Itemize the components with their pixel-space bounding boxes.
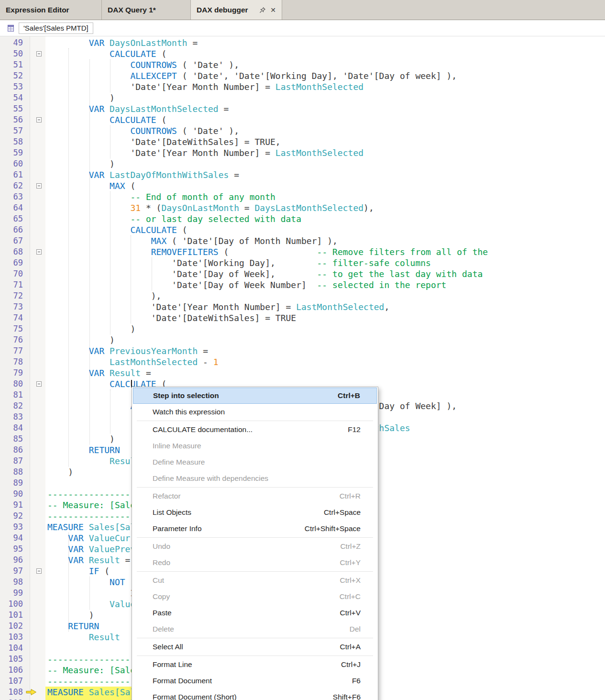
line-number: 83 (0, 411, 30, 422)
fold-margin (30, 566, 45, 577)
code-line-56[interactable]: 56 CALCULATE ( (0, 114, 605, 125)
fold-margin (30, 147, 45, 158)
menu-separator (137, 487, 373, 488)
tab-icons: ✕ (259, 7, 276, 13)
line-number: 99 (0, 588, 30, 599)
fold-margin (30, 125, 45, 136)
menu-item-watch-this-expression[interactable]: Watch this expression (132, 404, 378, 420)
code-line-53[interactable]: 53 'Date'[Year Month Number] = LastMonth… (0, 81, 605, 92)
code-line-59[interactable]: 59 'Date'[Year Month Number] = LastMonth… (0, 147, 605, 158)
code-line-63[interactable]: 63 -- End of month of any month (0, 191, 605, 202)
code-text: -- End of month of any month (45, 191, 275, 202)
code-line-71[interactable]: 71 'Date'[Day of Week Number] -- selecte… (0, 279, 605, 290)
fold-collapse-icon[interactable] (36, 249, 42, 255)
line-number: 66 (0, 224, 30, 235)
fold-collapse-icon[interactable] (36, 381, 42, 387)
close-tab-icon[interactable]: ✕ (270, 7, 276, 13)
menu-item-select-all[interactable]: Select AllCtrl+A (132, 639, 378, 655)
tab-dax-query-1[interactable]: DAX Query 1* (102, 0, 191, 20)
menu-item-label: Undo (153, 542, 340, 551)
code-line-54[interactable]: 54 ) (0, 92, 605, 103)
code-line-61[interactable]: 61 VAR LastDayOfMonthWithSales = (0, 169, 605, 180)
menu-item-format-document-short[interactable]: Format Document (Short)Shift+F6 (132, 689, 378, 700)
code-line-60[interactable]: 60 ) (0, 158, 605, 169)
menu-item-shortcut: Ctrl+J (341, 660, 361, 669)
menu-separator (137, 537, 373, 538)
code-line-51[interactable]: 51 COUNTROWS ( 'Date' ), (0, 59, 605, 70)
line-number: 49 (0, 37, 30, 48)
fold-collapse-icon[interactable] (36, 568, 42, 574)
code-line-52[interactable]: 52 ALLEXCEPT ( 'Date', 'Date'[Working Da… (0, 70, 605, 81)
line-number: 95 (0, 544, 30, 555)
pin-icon[interactable] (259, 7, 266, 13)
code-line-50[interactable]: 50 CALCULATE ( (0, 48, 605, 59)
code-line-49[interactable]: 49 VAR DaysOnLastMonth = (0, 37, 605, 48)
fold-margin (30, 555, 45, 566)
tab-dax-debugger[interactable]: DAX debugger✕ (191, 0, 282, 20)
code-text: Result (45, 632, 120, 643)
line-number: 86 (0, 444, 30, 456)
line-number: 90 (0, 489, 30, 500)
fold-margin (30, 478, 45, 489)
menu-item-calculate-documentation[interactable]: CALCULATE documentation...F12 (132, 422, 378, 438)
fold-collapse-icon[interactable] (36, 51, 42, 56)
code-line-72[interactable]: 72 ), (0, 290, 605, 301)
measure-icon (7, 24, 15, 32)
line-number: 59 (0, 147, 30, 158)
code-line-75[interactable]: 75 ) (0, 323, 605, 334)
menu-item-shortcut: Ctrl+B (338, 391, 360, 400)
code-line-74[interactable]: 74 'Date'[DateWithSales] = TRUE (0, 312, 605, 323)
code-line-73[interactable]: 73 'Date'[Year Month Number] = LastMonth… (0, 301, 605, 312)
menu-item-list-objects[interactable]: List ObjectsCtrl+Space (132, 504, 378, 521)
code-line-76[interactable]: 76 ) (0, 334, 605, 345)
code-line-70[interactable]: 70 'Date'[Day of Week], -- to get the la… (0, 268, 605, 279)
code-line-65[interactable]: 65 -- or last day selected with data (0, 213, 605, 224)
fold-margin (30, 544, 45, 555)
code-line-66[interactable]: 66 CALCULATE ( (0, 224, 605, 235)
code-text: ) (45, 610, 94, 621)
code-line-64[interactable]: 64 31 * (DaysOnLastMonth = DaysLastMonth… (0, 202, 605, 213)
line-number: 101 (0, 610, 30, 621)
menu-item-format-line[interactable]: Format LineCtrl+J (132, 656, 378, 673)
menu-item-paste[interactable]: PasteCtrl+V (132, 605, 378, 621)
code-line-78[interactable]: 78 LastMonthSelected - 1 (0, 356, 605, 367)
code-text (45, 478, 47, 489)
menu-item-parameter-info[interactable]: Parameter InfoCtrl+Shift+Space (132, 521, 378, 537)
code-line-62[interactable]: 62 MAX ( (0, 180, 605, 191)
menu-item-label: Define Measure with dependencies (153, 474, 361, 483)
code-line-58[interactable]: 58 'Date'[DateWithSales] = TRUE, (0, 136, 605, 147)
fold-margin (30, 621, 45, 632)
line-number: 107 (0, 676, 30, 687)
app: { "colors":{"k":"#0e74c4","v":"#36a7b5",… (0, 0, 605, 700)
fold-margin (30, 632, 45, 643)
code-text: 'Date'[Year Month Number] = LastMonthSel… (45, 81, 363, 92)
fold-collapse-icon[interactable] (36, 183, 42, 189)
code-line-57[interactable]: 57 COUNTROWS ( 'Date' ), (0, 125, 605, 136)
line-number: 55 (0, 103, 30, 114)
tab-expression-editor[interactable]: Expression Editor (0, 0, 102, 20)
code-line-68[interactable]: 68 REMOVEFILTERS ( -- Remove filters fro… (0, 246, 605, 257)
code-line-67[interactable]: 67 MAX ( 'Date'[Day of Month Number] ), (0, 235, 605, 246)
line-number: 100 (0, 599, 30, 610)
menu-item-format-document[interactable]: Format DocumentF6 (132, 673, 378, 689)
code-line-69[interactable]: 69 'Date'[Working Day], -- filter-safe c… (0, 257, 605, 268)
menu-item-label: List Objects (153, 508, 324, 517)
fold-margin (30, 665, 45, 676)
menu-item-label: Step into selection (153, 391, 338, 400)
menu-item-step-into-selection[interactable]: Step into selectionCtrl+B (133, 388, 377, 404)
fold-collapse-icon[interactable] (36, 117, 42, 122)
code-line-79[interactable]: 79 VAR Result = (0, 367, 605, 378)
code-line-77[interactable]: 77 VAR PreviousYearMonth = (0, 345, 605, 356)
fold-margin (30, 158, 45, 169)
menu-item-shortcut: Ctrl+V (340, 609, 361, 617)
code-text: ) (45, 158, 115, 169)
line-number: 69 (0, 257, 30, 268)
code-line-55[interactable]: 55 VAR DaysLastMonthSelected = (0, 103, 605, 114)
path-bar: 'Sales'[Sales PMTD] (0, 20, 605, 36)
fold-margin (30, 70, 45, 81)
line-number: 102 (0, 621, 30, 632)
line-number: 93 (0, 522, 30, 533)
code-text: CALCULATE ( (45, 224, 187, 235)
code-text: 'Date'[DateWithSales] = TRUE, (45, 136, 281, 147)
line-number: 96 (0, 555, 30, 566)
